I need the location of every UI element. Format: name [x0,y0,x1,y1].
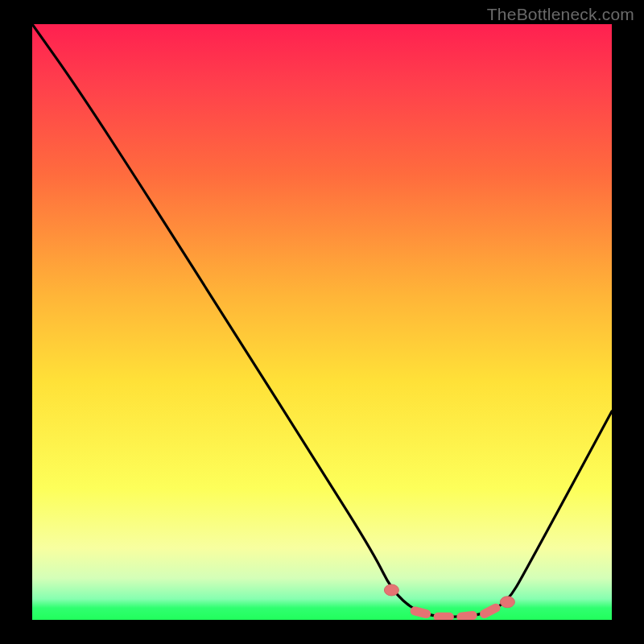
marker-end-dot [384,584,398,596]
plot-area [32,24,612,620]
marker-dash [485,608,496,613]
watermark-text: TheBottleneck.com [487,5,634,24]
marker-end-dot [500,597,514,608]
marker-dash [415,611,426,614]
bottleneck-curve-path [32,24,612,617]
marker-dash [461,616,473,617]
curve-svg [32,24,612,620]
chart-frame: TheBottleneck.com [0,0,644,644]
